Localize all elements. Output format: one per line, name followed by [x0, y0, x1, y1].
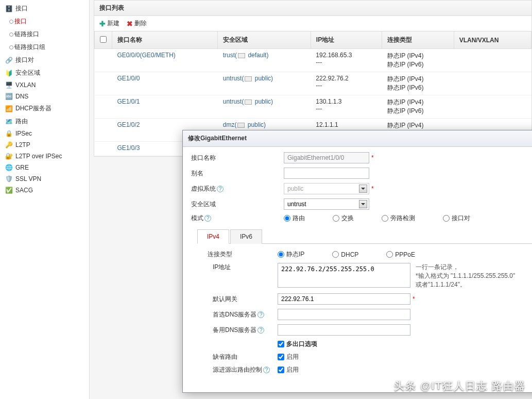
sidebar-item-gre[interactable]: 🌐GRE	[0, 162, 89, 173]
checkbox-multiout[interactable]: 多出口选项	[278, 340, 317, 348]
label-alias: 别名	[191, 169, 284, 178]
zone-icon	[245, 99, 252, 105]
help-icon[interactable]: ?	[204, 215, 211, 222]
sidebar-root-interface[interactable]: 🗄️ 接口	[0, 2, 89, 15]
sidebar-item-l2tp[interactable]: 🔑L2TP	[0, 139, 89, 151]
tab-ipv6[interactable]: IPv6	[230, 229, 262, 244]
interface-link[interactable]: GE1/0/1	[117, 98, 140, 105]
label-defroute: 缺省路由	[200, 353, 278, 361]
col-name[interactable]: 接口名称	[112, 31, 218, 49]
zone-icon	[238, 53, 245, 58]
ip-cell: 130.1.1.3---	[311, 95, 382, 119]
help-icon[interactable]: ?	[263, 367, 270, 373]
sidebar-item-dhcp[interactable]: 📶DHCP服务器	[0, 102, 89, 115]
label-vsys: 虚拟系统?	[191, 185, 284, 193]
ip-hint: 一行一条记录， *输入格式为 "1.1.1.1/255.255.255.0" 或…	[416, 263, 529, 289]
zone-icon	[245, 76, 252, 81]
server-icon: 🗄️	[5, 5, 12, 12]
interface-link[interactable]: GE0/0/0(GE0/METH)	[117, 52, 176, 59]
col-conn[interactable]: 连接类型	[382, 31, 454, 49]
interface-link[interactable]: GE1/0/2	[117, 121, 140, 128]
monitor-icon: 🖥️	[5, 81, 12, 89]
input-dns2[interactable]	[278, 324, 410, 336]
ip-cell: 192.168.65.3---	[311, 49, 382, 72]
checkbox-defroute[interactable]: 启用	[278, 353, 299, 361]
ip-tabs: IPv4 IPv6	[197, 229, 532, 244]
help-icon[interactable]: ?	[258, 311, 264, 318]
toolbar: ✚新建 ✖删除	[94, 16, 531, 31]
new-button[interactable]: ✚新建	[99, 19, 119, 28]
radio-mode-switch[interactable]: 交换	[333, 214, 354, 223]
zone-cell: dmz( public)	[223, 121, 266, 128]
label-seczone: 安全区域	[191, 200, 284, 209]
textarea-ipaddr[interactable]: 222.92.76.2/255.255.255.0	[278, 263, 410, 288]
sidebar-item-security-zone[interactable]: 🔰安全区域	[0, 66, 89, 79]
sidebar-item-route[interactable]: 🗺️路由	[0, 115, 89, 128]
label-mode: 模式?	[191, 214, 284, 223]
radio-mode-pair[interactable]: 接口对	[443, 214, 470, 223]
sidebar-item-interface[interactable]: 接口	[0, 15, 89, 28]
sidebar-item-link-interface-group[interactable]: 链路接口组	[0, 41, 89, 54]
label-dns2: 备用DNS服务器?	[200, 326, 278, 335]
col-ip[interactable]: IP地址	[311, 31, 382, 49]
input-gateway[interactable]	[278, 293, 410, 305]
sidebar-item-ipsec[interactable]: 🔒IPSec	[0, 128, 89, 139]
shield-icon: 🔰	[5, 70, 12, 77]
sidebar-item-link-interface[interactable]: 链路接口	[0, 28, 89, 41]
table-row: GE0/0/0(GE0/METH) trust( default) 192.16…	[95, 49, 531, 72]
label-conntype: 连接类型	[200, 250, 278, 259]
lock-icon: 🔒	[5, 130, 12, 137]
dns-icon: 🔤	[5, 93, 12, 100]
help-icon[interactable]: ?	[258, 327, 264, 334]
label-dns1: 首选DNS服务器?	[200, 310, 278, 319]
sidebar: 🗄️ 接口 接口 链路接口 链路接口组 🔗接口对 🔰安全区域 🖥️VXLAN 🔤…	[0, 0, 90, 399]
col-zone[interactable]: 安全区域	[218, 31, 311, 49]
gre-icon: 🌐	[5, 164, 12, 171]
radio-conn-static[interactable]: 静态IP	[278, 250, 304, 259]
dialog-header: 修改GigabitEthernet ✕	[183, 130, 532, 147]
select-seczone[interactable]: untrust	[284, 198, 369, 210]
dialog-body: 接口名称 * 别名 虚拟系统? public* 安全区域 untrust 模式?	[183, 147, 532, 384]
label-gateway: 默认网关	[200, 295, 278, 304]
table-row: GE1/0/0 untrust( public) 222.92.76.2--- …	[95, 72, 531, 95]
delete-button[interactable]: ✖删除	[127, 19, 147, 28]
radio-conn-dhcp[interactable]: DHCP	[332, 251, 358, 258]
delete-icon: ✖	[127, 20, 133, 28]
interface-link[interactable]: GE1/0/0	[117, 75, 140, 82]
ip-cell: 222.92.76.2---	[311, 72, 382, 95]
dhcp-icon: 📶	[5, 105, 12, 112]
col-vlan[interactable]: VLAN/VXLAN	[454, 31, 531, 49]
checkbox-srcroute[interactable]: 启用	[278, 365, 299, 374]
conn-cell: 静态IP (IPv4)静态IP (IPv6)	[382, 95, 454, 119]
label-ifname: 接口名称	[191, 154, 284, 162]
sidebar-item-dns[interactable]: 🔤DNS	[0, 91, 89, 102]
label-srcroute: 源进源出路由控制?	[200, 365, 278, 374]
table-row: GE1/0/1 untrust( public) 130.1.1.3--- 静态…	[95, 95, 531, 119]
sidebar-item-vxlan[interactable]: 🖥️VXLAN	[0, 79, 89, 91]
sidebar-item-sslvpn[interactable]: 🛡️SSL VPN	[0, 173, 89, 185]
radio-conn-pppoe[interactable]: PPPoE	[386, 251, 415, 258]
input-alias[interactable]	[284, 168, 369, 179]
conn-cell: 静态IP (IPv4)静态IP (IPv6)	[382, 49, 454, 72]
sidebar-root-label: 接口	[15, 4, 28, 13]
input-ifname	[284, 152, 369, 163]
sidebar-item-sacg[interactable]: ✅SACG	[0, 185, 89, 196]
help-icon[interactable]: ?	[217, 186, 224, 192]
radio-mode-bypass[interactable]: 旁路检测	[382, 214, 415, 223]
ssl-icon: 🛡️	[5, 175, 12, 182]
select-all-checkbox[interactable]	[100, 36, 107, 43]
vlan-cell	[454, 95, 531, 119]
plus-icon: ✚	[99, 20, 106, 28]
sidebar-item-l2tp-ipsec[interactable]: 🔐L2TP over IPSec	[0, 151, 89, 162]
dialog-title: 修改GigabitEthernet	[188, 134, 247, 143]
zone-icon	[237, 123, 245, 128]
radio-mode-route[interactable]: 路由	[284, 214, 305, 223]
label-ipaddr: IP地址	[200, 263, 278, 272]
zone-cell: untrust( public)	[223, 75, 273, 82]
tab-ipv4[interactable]: IPv4	[197, 229, 229, 244]
sidebar-item-interface-pair[interactable]: 🔗接口对	[0, 54, 89, 66]
input-dns1[interactable]	[278, 309, 410, 320]
interface-link[interactable]: GE1/0/3	[117, 144, 140, 152]
l2tp-ipsec-icon: 🔐	[5, 153, 12, 160]
panel-title: 接口列表	[94, 1, 531, 16]
